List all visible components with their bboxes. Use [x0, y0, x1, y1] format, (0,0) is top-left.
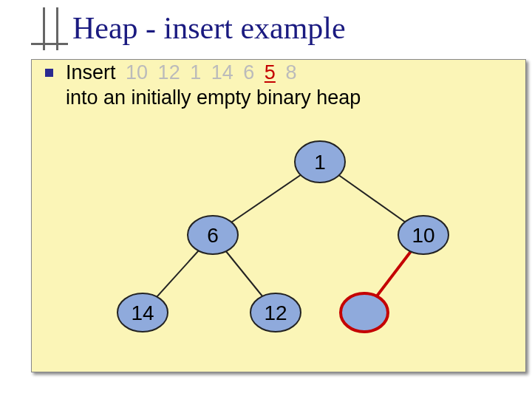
- node-rl-inserted: [341, 293, 388, 332]
- node-root-label: 1: [314, 151, 326, 174]
- seq-3: 14: [211, 61, 233, 83]
- seq-1: 12: [158, 61, 180, 83]
- node-left-label: 6: [207, 224, 219, 247]
- seq-2: 1: [190, 61, 201, 83]
- content-panel: Insert 10 12 1 14 6 5 8 into an initiall…: [31, 59, 526, 372]
- bullet-icon: [45, 69, 53, 77]
- seq-6: 8: [285, 61, 296, 83]
- node-ll-label: 14: [131, 301, 154, 324]
- insert-label: Insert: [66, 61, 116, 83]
- insert-sequence-line: Insert 10 12 1 14 6 5 8: [66, 61, 296, 84]
- insert-description: into an initially empty binary heap: [66, 86, 361, 109]
- heap-tree-diagram: 1 6 10 14 12: [32, 123, 527, 367]
- seq-4: 6: [243, 61, 254, 83]
- slide-title: Heap - insert example: [72, 10, 346, 46]
- node-right-label: 10: [412, 224, 434, 247]
- seq-0: 10: [126, 61, 148, 83]
- seq-5-current: 5: [265, 61, 276, 83]
- node-lr-label: 12: [264, 301, 287, 324]
